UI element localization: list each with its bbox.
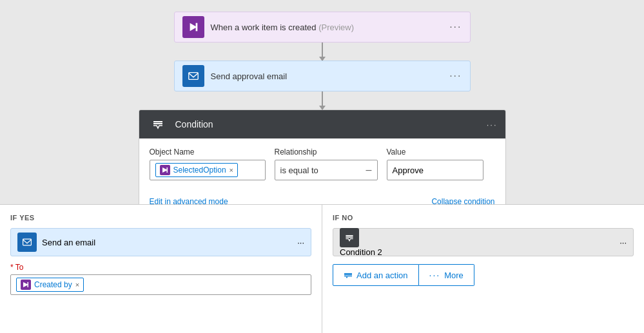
value-input[interactable]: Approve: [387, 160, 483, 180]
svg-rect-13: [344, 273, 352, 274]
outlook-icon-box: [182, 65, 204, 87]
relationship-dash-icon: –: [366, 164, 372, 176]
created-by-token: Created by ×: [16, 278, 84, 292]
send-approval-left: Send approval email: [182, 65, 288, 87]
send-email-outlook-icon-box: [17, 233, 37, 252]
relationship-select[interactable]: is equal to –: [275, 160, 378, 180]
outlook-send-icon: [188, 70, 199, 82]
to-label-text: * To: [10, 263, 23, 272]
add-action-flow-icon: [344, 271, 353, 280]
if-no-panel: IF NO Condition 2 ···: [322, 205, 644, 333]
to-label: * To: [10, 263, 311, 272]
token-devops-icon: [162, 167, 168, 173]
condition2-icon-box: [340, 228, 359, 247]
svg-rect-11: [346, 235, 353, 236]
if-yes-panel: IF YES Send an email ··· * To: [0, 205, 322, 333]
send-email-card-left: Send an email: [17, 233, 95, 252]
condition2-title: Condition 2: [340, 247, 382, 257]
condition-body: Object Name SelectedOption: [139, 138, 505, 189]
condition-header: Condition ···: [139, 110, 505, 138]
svg-rect-12: [344, 274, 352, 276]
token-label-text: SelectedOption: [173, 166, 226, 175]
trigger-icon-box: [182, 16, 204, 38]
svg-rect-6: [166, 167, 168, 173]
condition2-flow-icon: [344, 233, 355, 243]
split-area: IF YES Send an email ··· * To: [0, 204, 644, 333]
trigger-preview: (Preview): [318, 23, 354, 32]
created-by-devops-icon: [23, 281, 29, 288]
send-email-action-card: Send an email ···: [10, 228, 311, 256]
selected-option-token: SelectedOption ×: [155, 163, 239, 177]
to-input-box[interactable]: Created by ×: [10, 274, 311, 295]
trigger-title: When a work item is created (Preview): [211, 23, 355, 32]
svg-rect-10: [346, 236, 353, 238]
trigger-card: When a work item is created (Preview) ··…: [174, 12, 471, 43]
condition-icon-box: [147, 113, 169, 135]
add-action-label: Add an action: [356, 271, 408, 280]
object-name-field: Object Name SelectedOption: [150, 147, 266, 180]
relationship-label: Relationship: [275, 147, 378, 157]
condition2-card-left: Condition 2: [340, 228, 382, 257]
more-dots-icon: ···: [429, 270, 441, 280]
devops-trigger-icon: [188, 21, 199, 33]
value-field: Value Approve: [387, 147, 483, 180]
add-action-button[interactable]: Add an action: [333, 264, 419, 286]
condition-title: Condition: [175, 119, 213, 129]
arrow-2: [322, 91, 323, 109]
condition-block: Condition ··· Object Name: [139, 109, 506, 214]
condition2-dots-button[interactable]: ···: [620, 238, 627, 247]
created-by-chip-icon: [21, 280, 31, 290]
if-yes-label: IF YES: [10, 214, 311, 222]
created-by-close-icon[interactable]: ×: [75, 281, 79, 289]
svg-rect-1: [195, 23, 197, 32]
value-text: Approve: [393, 166, 424, 175]
if-no-label: IF NO: [333, 214, 634, 222]
token-chip-icon: [160, 165, 170, 175]
relationship-value-text: is equal to: [280, 166, 318, 175]
send-approval-title: Send approval email: [211, 71, 288, 81]
condition-header-left: Condition: [147, 113, 213, 135]
svg-rect-7: [23, 239, 32, 245]
send-email-action-title: Send an email: [42, 238, 95, 247]
more-label: More: [444, 271, 463, 280]
svg-rect-3: [153, 123, 162, 124]
condition-row: Object Name SelectedOption: [150, 147, 495, 180]
trigger-card-left: When a work item is created (Preview): [182, 16, 355, 38]
relationship-field: Relationship is equal to –: [275, 147, 378, 180]
object-name-label: Object Name: [150, 147, 266, 157]
svg-rect-2: [188, 73, 197, 80]
send-approval-dots-button[interactable]: ···: [449, 70, 462, 82]
trigger-title-text: When a work item is created: [211, 23, 317, 32]
to-field: * To Created by ×: [10, 263, 311, 295]
svg-rect-4: [153, 121, 162, 122]
object-name-input[interactable]: SelectedOption ×: [150, 160, 266, 180]
condition-flow-icon: [151, 118, 164, 131]
more-button[interactable]: ··· More: [419, 264, 474, 286]
condition2-card: Condition 2 ···: [333, 228, 634, 256]
created-by-token-text: Created by: [34, 280, 72, 289]
add-action-row: Add an action ··· More: [333, 264, 634, 286]
flow-area: When a work item is created (Preview) ··…: [0, 0, 644, 214]
trigger-dots-button[interactable]: ···: [449, 21, 462, 33]
condition-dots-button[interactable]: ···: [487, 120, 498, 129]
arrow-1: [322, 43, 323, 61]
canvas: When a work item is created (Preview) ··…: [0, 0, 644, 333]
value-label: Value: [387, 147, 483, 157]
send-approval-card: Send approval email ···: [174, 61, 471, 91]
send-email-dots-button[interactable]: ···: [297, 238, 304, 247]
svg-rect-9: [28, 282, 29, 287]
token-close-icon[interactable]: ×: [229, 166, 233, 174]
send-email-outlook-icon: [22, 237, 32, 247]
